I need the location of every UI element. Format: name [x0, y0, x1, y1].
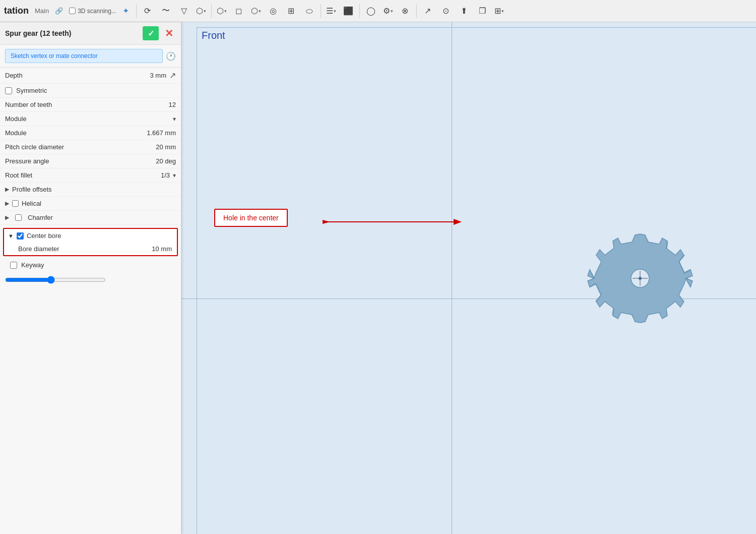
group-icon: ⬡ — [251, 6, 258, 16]
keyway-label: Keyway — [21, 261, 44, 269]
copy-icon: ⬡ — [217, 6, 224, 16]
pressure-row: Pressure angle 20 deg — [0, 154, 181, 168]
extrude-icon: ⬡ — [196, 6, 203, 16]
panel-header-buttons: ✓ ✕ — [143, 26, 176, 40]
extrude-btn[interactable]: ⬡ ▾ — [194, 3, 208, 19]
link-icon[interactable]: 🔗 — [55, 7, 63, 15]
flat-btn[interactable]: ◻ — [231, 3, 247, 19]
module-label: Module — [5, 129, 147, 137]
home-btn[interactable]: ⟳ — [140, 3, 156, 19]
layout-btn[interactable]: ⊞ ▾ — [492, 3, 506, 19]
keyway-checkbox[interactable] — [10, 262, 17, 269]
chamfer-checkbox[interactable] — [15, 214, 22, 221]
export-btn[interactable]: ⬆ — [456, 3, 472, 19]
confirm-button[interactable]: ✓ — [143, 26, 159, 40]
center-bore-section: ▼ Center bore Bore diameter 10 mm — [3, 228, 178, 256]
separator-3 — [321, 4, 321, 18]
profile-offsets-expand-icon: ▶ — [5, 186, 9, 193]
pressure-value: 20 deg — [156, 157, 176, 165]
cone-btn[interactable]: ▽ — [176, 3, 192, 19]
scanning-checkbox-wrap: 3D scanning... — [69, 8, 116, 15]
bore-diameter-value: 10 mm — [152, 245, 172, 253]
profile-offsets-row[interactable]: ▶ Profile offsets — [0, 183, 181, 197]
app-subtitle: Main — [35, 7, 49, 15]
gear-arrow-icon: ▾ — [391, 9, 393, 14]
cylinder-btn[interactable]: ⬭ — [301, 3, 318, 19]
sketch-input-row: Sketch vertex or mate connector 🕐 — [0, 45, 181, 68]
center-bore-checkbox[interactable] — [17, 232, 24, 240]
front-label: Front — [202, 30, 225, 41]
depth-value: 3 mm — [150, 72, 167, 79]
separator-5 — [416, 4, 417, 18]
root-fillet-arrow-icon: ▾ — [173, 172, 176, 179]
panel-slider[interactable] — [5, 276, 106, 284]
module-dropdown-arrow-icon: ▾ — [173, 115, 176, 123]
root-fillet-row: Root fillet 1/3 ▾ — [0, 168, 181, 183]
keyway-row: Keyway — [0, 258, 181, 272]
gear-icon: ⚙ — [383, 6, 390, 16]
module-value: 1.667 mm — [147, 129, 176, 137]
helical-row[interactable]: ▶ Helical — [0, 197, 181, 211]
symmetric-row: Symmetric — [0, 84, 181, 98]
side-panel: Spur gear (12 teeth) ✓ ✕ Sketch vertex o… — [0, 22, 181, 534]
separator-1 — [136, 4, 137, 18]
profile-offsets-label: Profile offsets — [12, 186, 52, 193]
display-btn[interactable]: ☰ ▾ — [324, 3, 338, 19]
sketch-vertex-button[interactable]: Sketch vertex or mate connector — [5, 49, 163, 63]
symmetric-label: Symmetric — [16, 87, 47, 94]
layout-icon: ⊞ — [494, 6, 501, 16]
bore-diameter-label: Bore diameter — [18, 245, 152, 253]
copy2-btn[interactable]: ❐ — [474, 3, 490, 19]
close-btn[interactable]: ⊗ — [397, 3, 413, 19]
center-bore-label: Center bore — [27, 232, 61, 240]
clock-button[interactable]: 🕐 — [166, 51, 176, 61]
root-label: Root fillet — [5, 171, 161, 179]
symmetric-checkbox[interactable] — [5, 87, 12, 94]
copy-btn[interactable]: ⬡ ▾ — [215, 3, 229, 19]
layout-arrow-icon: ▾ — [501, 9, 504, 14]
depth-edit-icon[interactable]: ↗ — [169, 71, 176, 80]
annotation-box: Hole in the center — [214, 209, 288, 227]
slider-row — [0, 272, 181, 289]
pressure-label: Pressure angle — [5, 157, 156, 165]
chamfer-row[interactable]: ▶ Chamfer — [0, 211, 181, 225]
display-arrow-icon: ▾ — [334, 9, 336, 14]
extrude-arrow-icon: ▾ — [204, 9, 206, 14]
center-bore-header[interactable]: ▼ Center bore — [4, 229, 177, 243]
cancel-button[interactable]: ✕ — [162, 26, 176, 40]
boolean-btn[interactable]: ◎ — [265, 3, 281, 19]
center-bore-border: ▼ Center bore Bore diameter 10 mm — [3, 228, 178, 256]
chamfer-expand-icon: ▶ — [5, 214, 9, 221]
panel-title: Spur gear (12 teeth) — [5, 29, 71, 37]
helical-expand-icon: ▶ — [5, 200, 9, 207]
gear-btn[interactable]: ⚙ ▾ — [381, 3, 395, 19]
teeth-value[interactable]: 12 — [169, 101, 176, 108]
cursor-btn[interactable]: ↗ — [420, 3, 436, 19]
copy-arrow-icon: ▾ — [224, 9, 227, 14]
group-arrow-icon: ▾ — [259, 9, 261, 14]
circle-btn[interactable]: ◯ — [363, 3, 379, 19]
app-title: tation — [4, 6, 29, 16]
depth-label: Depth — [5, 72, 150, 79]
curve-btn[interactable]: 〜 — [158, 3, 174, 19]
separator-2 — [211, 4, 212, 18]
teeth-row: Number of teeth 12 — [0, 98, 181, 112]
helical-checkbox[interactable] — [12, 200, 19, 207]
root-value: 1/3 — [161, 171, 170, 179]
grid-btn[interactable]: ⊞ — [283, 3, 299, 19]
x-circle-btn[interactable]: ⊙ — [438, 3, 454, 19]
helical-label: Helical — [22, 200, 41, 207]
group-btn[interactable]: ⬡ ▾ — [249, 3, 263, 19]
star-icon[interactable]: ✦ — [122, 6, 129, 16]
toolbar: tation Main 🔗 3D scanning... ✦ ⟳ 〜 ▽ ⬡ ▾… — [0, 0, 756, 22]
stack-btn[interactable]: ⬛ — [340, 3, 356, 19]
viewport: Front Hole in the center — [181, 22, 756, 534]
separator-4 — [359, 4, 360, 18]
module-dropdown-row[interactable]: Module ▾ — [0, 112, 181, 126]
bore-diameter-row: Bore diameter 10 mm — [4, 243, 177, 255]
scanning-checkbox[interactable] — [69, 8, 76, 14]
pitch-row: Pitch circle diameter 20 mm — [0, 140, 181, 154]
chamfer-label: Chamfer — [28, 214, 53, 221]
panel-header: Spur gear (12 teeth) ✓ ✕ — [0, 22, 181, 45]
pitch-label: Pitch circle diameter — [5, 143, 156, 151]
